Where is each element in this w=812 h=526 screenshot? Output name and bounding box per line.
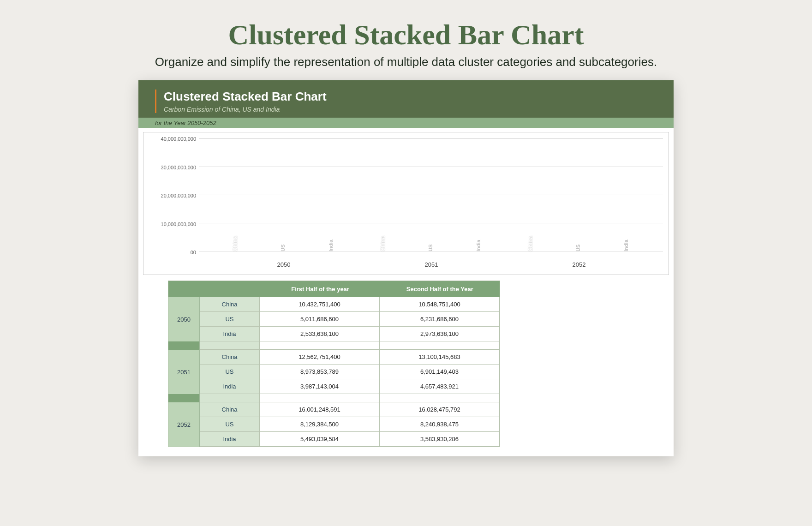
table-row: US8,973,853,7896,901,149,403 bbox=[200, 365, 500, 379]
table-year-cell: 2052 bbox=[168, 402, 200, 447]
table-row: US5,011,686,6006,231,686,600 bbox=[200, 312, 500, 327]
table-row: China16,001,248,59116,028,475,792 bbox=[200, 402, 500, 417]
chart-gridline bbox=[199, 195, 663, 195]
table-year-cell: 2050 bbox=[168, 297, 200, 341]
table-cell-value: 6,901,149,403 bbox=[380, 365, 500, 379]
table-cell-value: 16,028,475,792 bbox=[380, 402, 500, 417]
table-cell-country: US bbox=[200, 312, 260, 327]
chart-area: ChinaUSIndiaChinaUSIndiaChinaUSIndia 001… bbox=[143, 132, 669, 275]
chart-ytick: 40,000,000,000 bbox=[150, 136, 196, 142]
table-cell-value: 2,533,638,100 bbox=[260, 327, 380, 341]
bar-label: China bbox=[232, 238, 239, 251]
sheet-subtitle-2: for the Year 2050-2052 bbox=[138, 118, 674, 128]
data-table: First Half of the year Second Half of th… bbox=[168, 281, 500, 447]
bar-label: China bbox=[380, 238, 386, 251]
table-cell-value: 4,657,483,921 bbox=[380, 379, 500, 394]
table-row: India2,533,638,1002,973,638,100 bbox=[200, 327, 500, 341]
table-row: China10,432,751,40010,548,751,400 bbox=[200, 297, 500, 312]
table-cell-value: 3,987,143,004 bbox=[260, 379, 380, 394]
chart-ytick: 30,000,000,000 bbox=[150, 165, 196, 170]
table-row: India5,493,039,5843,583,930,286 bbox=[200, 432, 500, 447]
chart-ytick: 00 bbox=[150, 250, 196, 255]
bar-label: India bbox=[328, 238, 334, 251]
page-title: Clustered Stacked Bar Chart bbox=[228, 18, 584, 51]
table-spacer bbox=[168, 394, 500, 402]
table-year-group: 2050China10,432,751,40010,548,751,400US5… bbox=[168, 297, 500, 341]
sheet-header: Clustered Stacked Bar Chart Carbon Emiss… bbox=[138, 80, 674, 118]
chart-gridline bbox=[199, 251, 663, 251]
chart-ytick: 10,000,000,000 bbox=[150, 221, 196, 227]
table-cell-country: US bbox=[200, 417, 260, 432]
bar-label: China bbox=[527, 238, 534, 251]
table-cell-value: 8,973,853,789 bbox=[260, 365, 380, 379]
bar-label: US bbox=[428, 238, 433, 251]
table-cell-value: 10,548,751,400 bbox=[380, 297, 500, 312]
table-cell-country: China bbox=[200, 350, 260, 365]
table-spacer bbox=[168, 341, 500, 350]
chart-xtick: 2052 bbox=[573, 261, 586, 268]
table-row: US8,129,384,5008,240,938,475 bbox=[200, 417, 500, 432]
table-row: India3,987,143,0044,657,483,921 bbox=[200, 379, 500, 394]
table-cell-value: 5,011,686,600 bbox=[260, 312, 380, 327]
table-cell-country: China bbox=[200, 297, 260, 312]
table-cell-value: 8,240,938,475 bbox=[380, 417, 500, 432]
chart-xtick: 2050 bbox=[277, 261, 291, 268]
table-header: First Half of the year Second Half of th… bbox=[168, 281, 500, 297]
table-cell-value: 13,100,145,683 bbox=[380, 350, 500, 365]
table-cell-value: 16,001,248,591 bbox=[260, 402, 380, 417]
chart-gridline bbox=[199, 138, 663, 139]
table-cell-value: 2,973,638,100 bbox=[380, 327, 500, 341]
table-cell-value: 5,493,039,584 bbox=[260, 432, 380, 447]
table-cell-country: India bbox=[200, 432, 260, 447]
table-header-second-half: Second Half of the Year bbox=[380, 281, 500, 297]
bar-label: India bbox=[476, 238, 481, 251]
table-cell-value: 8,129,384,500 bbox=[260, 417, 380, 432]
table-cell-country: China bbox=[200, 402, 260, 417]
sheet-subtitle-1: Carbon Emission of China, US and India bbox=[164, 106, 657, 113]
table-cell-country: US bbox=[200, 365, 260, 379]
sheet-title: Clustered Stacked Bar Chart bbox=[164, 90, 657, 104]
bar-label: US bbox=[280, 238, 286, 251]
table-header-first-half: First Half of the year bbox=[260, 281, 380, 297]
page-subtitle: Organize and simplify the representation… bbox=[155, 55, 657, 69]
table-cell-country: India bbox=[200, 327, 260, 341]
spreadsheet-card: Clustered Stacked Bar Chart Carbon Emiss… bbox=[138, 80, 674, 456]
table-year-group: 2052China16,001,248,59116,028,475,792US8… bbox=[168, 402, 500, 447]
table-cell-value: 12,562,751,400 bbox=[260, 350, 380, 365]
table-cell-value: 6,231,686,600 bbox=[380, 312, 500, 327]
bar-label: US bbox=[575, 238, 581, 251]
chart-plot: ChinaUSIndiaChinaUSIndiaChinaUSIndia bbox=[199, 139, 663, 251]
table-cell-country: India bbox=[200, 379, 260, 394]
chart-gridline bbox=[199, 223, 663, 223]
bar-label: India bbox=[623, 238, 629, 251]
table-year-cell: 2051 bbox=[168, 350, 200, 394]
table-cell-value: 3,583,930,286 bbox=[380, 432, 500, 447]
table-row: China12,562,751,40013,100,145,683 bbox=[200, 350, 500, 365]
chart-xtick: 2051 bbox=[425, 261, 438, 268]
table-year-group: 2051China12,562,751,40013,100,145,683US8… bbox=[168, 350, 500, 394]
table-cell-value: 10,432,751,400 bbox=[260, 297, 380, 312]
chart-ytick: 20,000,000,000 bbox=[150, 193, 196, 198]
chart-gridline bbox=[199, 167, 663, 167]
